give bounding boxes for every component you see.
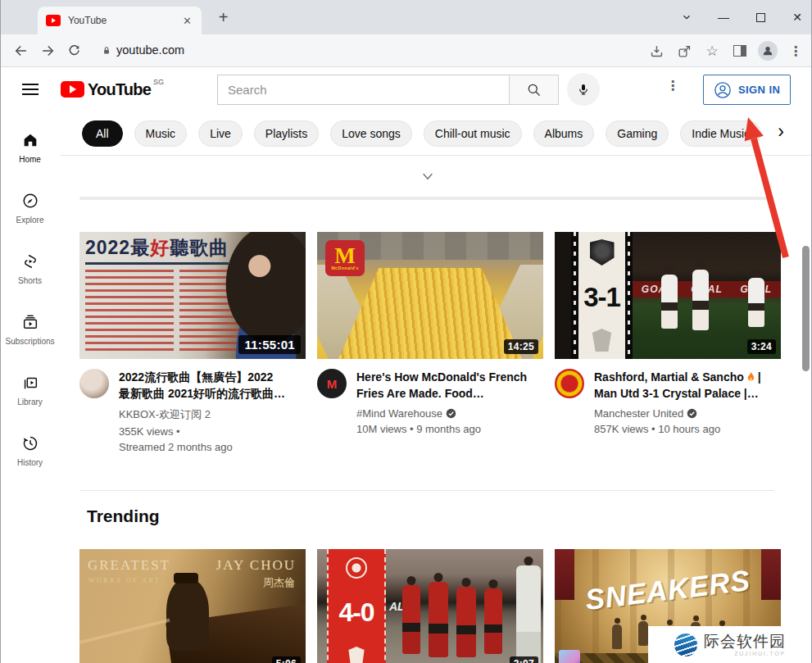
man-utd-crest xyxy=(590,239,615,266)
youtube-logo[interactable]: YouTube SG xyxy=(61,80,164,98)
score-text: 3-1 xyxy=(583,282,620,313)
tab-close-icon[interactable]: ✕ xyxy=(181,15,193,27)
channel-name[interactable]: #Mind Warehouse xyxy=(356,407,527,420)
shelf-divider xyxy=(79,197,774,200)
voice-search-icon[interactable] xyxy=(567,73,600,106)
player-figure xyxy=(402,585,420,654)
search-button[interactable] xyxy=(509,75,559,105)
player-figure xyxy=(516,565,541,663)
sign-in-button[interactable]: SIGN IN xyxy=(703,75,791,105)
verified-badge-icon xyxy=(687,408,697,419)
sidebar-item-explore[interactable]: Explore xyxy=(0,178,60,238)
maximize-button[interactable] xyxy=(754,11,767,24)
watermark-domain: ZUJIHUI.TOP xyxy=(734,651,786,656)
channel-avatar[interactable] xyxy=(79,369,109,398)
share-icon[interactable] xyxy=(674,41,694,61)
video-views: 857K views • 10 hours ago xyxy=(594,423,761,435)
browser-window: YouTube ✕ + — ✕ youtube.com xyxy=(0,0,812,663)
sidebar-item-shorts[interactable]: Shorts xyxy=(0,238,60,299)
sign-in-label: SIGN IN xyxy=(738,84,780,96)
back-button[interactable] xyxy=(11,41,31,61)
scrollbar-thumb[interactable] xyxy=(802,246,810,371)
browser-titlebar: YouTube ✕ + — ✕ xyxy=(0,0,812,34)
crystal-palace-crest xyxy=(592,329,613,352)
sidebar-item-home[interactable]: Home xyxy=(0,117,60,178)
chip-chill-out-music[interactable]: Chill-out music xyxy=(424,120,522,147)
window-controls: — ✕ xyxy=(680,0,804,34)
video-title-line2[interactable]: 最新歌曲 2021好听的流行歌曲… xyxy=(119,385,285,402)
sidebar-item-library[interactable]: Library xyxy=(0,360,60,420)
bookmark-star-icon[interactable]: ☆ xyxy=(702,41,722,61)
new-tab-button[interactable]: + xyxy=(215,9,232,26)
video-thumbnail[interactable]: GOALGOALGOAL 3-1 3:24 xyxy=(555,232,781,359)
video-card[interactable]: 2022最好聽歌曲 11:55:01 2022流行歌曲【無廣告】2022 最新歌… xyxy=(79,232,306,453)
sidebar-item-history[interactable]: History xyxy=(0,420,60,481)
player-figure xyxy=(692,270,709,330)
chip-indie-music[interactable]: Indie Music xyxy=(680,120,761,147)
video-title[interactable]: 2022流行歌曲【無廣告】2022 xyxy=(119,369,285,385)
address-bar[interactable]: youtube.com xyxy=(116,34,184,66)
shorts-icon xyxy=(21,252,39,270)
dancer-figure xyxy=(612,624,622,649)
cover-subheading: WORKS OF ART xyxy=(88,577,161,584)
player-figure xyxy=(429,582,448,657)
video-title[interactable]: Here's How McDonald's French xyxy=(356,369,527,385)
chip-albums[interactable]: Albums xyxy=(533,120,595,147)
window-edge xyxy=(0,0,1,663)
video-card[interactable]: GOALGOALGOAL 3-1 3:24 xyxy=(555,232,781,453)
sidebar-item-subscriptions[interactable]: Subscriptions xyxy=(0,299,60,360)
reload-button[interactable] xyxy=(64,41,84,61)
close-window-button[interactable]: ✕ xyxy=(791,11,804,24)
tab-search-chevron-icon[interactable] xyxy=(680,11,693,24)
watermark: 际会软件园 ZUJIHUI.TOP xyxy=(648,626,812,663)
channel-name[interactable]: KKBOX-欢迎订阅 2 xyxy=(119,407,285,422)
settings-menu-icon[interactable]: ⋮ xyxy=(666,78,679,93)
video-thumbnail[interactable]: GREATEST WORKS OF ART JAY CHOU 周杰倫 5:06 xyxy=(79,549,306,663)
guide-menu-icon[interactable] xyxy=(22,84,39,95)
forward-button[interactable] xyxy=(38,41,57,61)
collapse-shelf-chevron-icon[interactable] xyxy=(421,170,434,184)
history-icon xyxy=(21,434,39,452)
video-thumbnail[interactable]: M McDonald's 14:25 xyxy=(317,232,543,359)
browser-profile-avatar[interactable] xyxy=(758,41,778,61)
chips-next-chevron-icon[interactable]: › xyxy=(778,120,784,143)
channel-name[interactable]: Manchester United xyxy=(594,407,761,420)
video-title[interactable]: Rashford, Martial & Sancho | xyxy=(594,369,761,385)
channel-avatar[interactable] xyxy=(555,369,584,398)
search-input[interactable] xyxy=(217,75,509,105)
watermark-name: 际会软件园 xyxy=(704,633,786,650)
video-thumbnail[interactable]: 2022最好聽歌曲 11:55:01 xyxy=(79,232,306,359)
video-card[interactable]: AL 4-0 3:07 xyxy=(317,549,543,663)
chip-live[interactable]: Live xyxy=(198,120,243,147)
trending-section-title: Trending xyxy=(87,506,160,526)
side-panel-icon[interactable] xyxy=(730,41,750,61)
label-logo xyxy=(559,650,580,663)
video-card[interactable]: M McDonald's 14:25 M Here's How McDonald… xyxy=(317,232,543,453)
video-thumbnail[interactable]: AL 4-0 3:07 xyxy=(317,549,543,663)
fire-icon xyxy=(746,371,755,383)
lock-icon[interactable] xyxy=(97,41,116,61)
chip-playlists[interactable]: Playlists xyxy=(254,120,319,147)
filter-chips-bar: All Music Live Playlists Love songs Chil… xyxy=(60,112,812,156)
minimize-button[interactable]: — xyxy=(717,11,730,24)
video-views: 10M views • 9 months ago xyxy=(356,423,527,435)
video-card[interactable]: GREATEST WORKS OF ART JAY CHOU 周杰倫 5:06 xyxy=(79,549,306,663)
download-icon[interactable] xyxy=(646,41,666,61)
chip-love-songs[interactable]: Love songs xyxy=(330,120,412,147)
chip-gaming[interactable]: Gaming xyxy=(606,120,669,147)
chip-all[interactable]: All xyxy=(82,120,123,147)
video-age: Streamed 2 months ago xyxy=(119,441,285,453)
score-band: 3-1 xyxy=(578,232,625,359)
chip-music[interactable]: Music xyxy=(134,120,188,147)
toolbar-actions: ☆ ⋮ xyxy=(646,34,805,67)
browser-tab[interactable]: YouTube ✕ xyxy=(38,7,202,34)
thumbnail-cover-title: 2022最好聽歌曲 xyxy=(85,235,229,265)
youtube-favicon-icon xyxy=(46,15,61,26)
section-divider xyxy=(79,490,774,491)
duration-badge: 5:06 xyxy=(272,656,301,663)
browser-menu-icon[interactable]: ⋮ xyxy=(786,41,805,61)
video-title-line2[interactable]: Fries Are Made. Food… xyxy=(356,385,527,402)
channel-avatar[interactable]: M xyxy=(317,369,347,398)
video-title-line2[interactable]: Man Utd 3-1 Crystal Palace |… xyxy=(594,385,761,402)
duration-badge: 11:55:01 xyxy=(238,335,301,354)
